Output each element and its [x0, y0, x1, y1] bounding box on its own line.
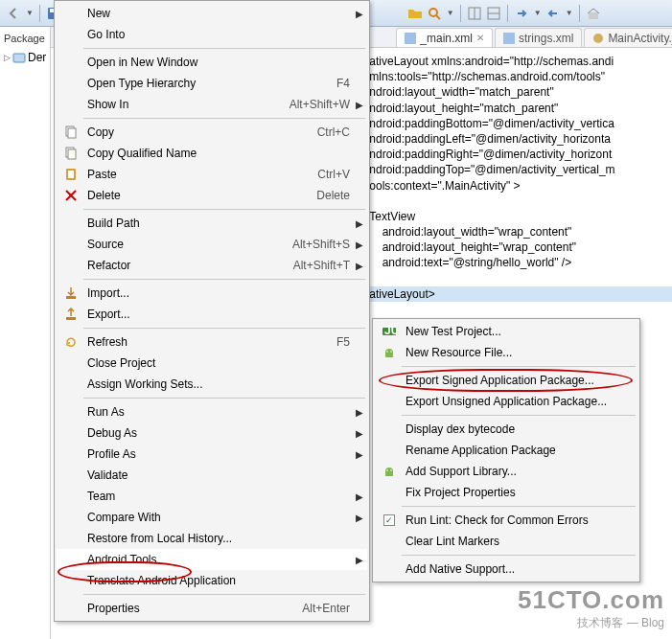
menu-item-validate[interactable]: Validate: [57, 465, 367, 486]
svg-rect-11: [503, 33, 515, 44]
menu-separator: [83, 118, 365, 119]
tab-label: MainActivity.java: [608, 32, 672, 45]
menu-label: Go Into: [81, 28, 363, 41]
svg-text:JU: JU: [384, 324, 397, 337]
code-line[interactable]: ndroid:paddingLeft="@dimen/activity_hori…: [369, 132, 611, 146]
menu-item-copy[interactable]: CopyCtrl+C: [57, 122, 367, 143]
dropdown-icon[interactable]: ▼: [566, 9, 573, 17]
menu-item-export[interactable]: Export...: [57, 304, 367, 325]
menu-item-new-test-project[interactable]: JUNew Test Project...: [375, 321, 637, 342]
context-menu-project: New▶Go IntoOpen in New WindowOpen Type H…: [54, 0, 370, 622]
menu-item-restore-from-local-history[interactable]: Restore from Local History...: [57, 528, 367, 549]
menu-item-run-as[interactable]: Run As▶: [57, 401, 367, 422]
menu-item-rename-application-package[interactable]: Rename Application Package: [375, 440, 637, 461]
expand-icon[interactable]: ▷: [4, 53, 11, 62]
menu-item-refresh[interactable]: RefreshF5: [57, 331, 367, 353]
menu-item-compare-with[interactable]: Compare With▶: [57, 507, 367, 528]
menu-item-source[interactable]: SourceAlt+Shift+S▶: [57, 234, 367, 255]
project-node[interactable]: ▷ Der: [4, 50, 46, 65]
menu-item-display-dex-bytecode[interactable]: Display dex bytecode: [375, 419, 637, 440]
menu-item-debug-as[interactable]: Debug As▶: [57, 422, 367, 444]
code-line[interactable]: mlns:tools="http://schemas.android.com/t…: [369, 70, 605, 83]
menu-item-paste[interactable]: PasteCtrl+V: [57, 164, 367, 185]
menu-label: Delete: [81, 189, 316, 202]
menu-item-add-native-support[interactable]: Add Native Support...: [375, 559, 637, 580]
tab-main-xml[interactable]: _main.xml ✕: [396, 28, 493, 47]
search-icon[interactable]: [427, 6, 442, 21]
menu-label: Refactor: [81, 259, 293, 272]
tab-main-activity[interactable]: MainActivity.java: [584, 28, 672, 47]
menu-label: Export Unsigned Application Package...: [400, 395, 634, 408]
code-line[interactable]: ndroid:paddingTop="@dimen/activity_verti…: [369, 163, 614, 176]
code-line[interactable]: TextView: [369, 210, 415, 223]
home-icon[interactable]: [586, 6, 601, 21]
submenu-android-tools: JUNew Test Project...New Resource File..…: [372, 318, 640, 582]
code-line[interactable]: ndroid:paddingBottom="@dimen/activity_ve…: [369, 117, 614, 130]
layout2-icon[interactable]: [486, 6, 501, 21]
menu-item-add-support-library[interactable]: Add Support Library...: [375, 461, 637, 482]
open-folder-icon[interactable]: [407, 6, 423, 21]
menu-item-open-type-hierarchy[interactable]: Open Type HierarchyF4: [57, 73, 367, 94]
tab-strings-xml[interactable]: strings.xml: [495, 28, 582, 47]
close-icon[interactable]: ✕: [476, 33, 484, 43]
code-line[interactable]: android:text="@string/hello_world" />: [369, 256, 571, 269]
menu-item-copy-qualified-name[interactable]: Copy Qualified Name: [57, 143, 367, 164]
menu-item-import[interactable]: Import...: [57, 283, 367, 304]
menu-item-export-unsigned-application-package[interactable]: Export Unsigned Application Package...: [375, 391, 637, 412]
menu-label: Team: [81, 490, 363, 503]
menu-item-team[interactable]: Team▶: [57, 486, 367, 507]
menu-item-assign-working-sets[interactable]: Assign Working Sets...: [57, 374, 367, 395]
menu-item-new[interactable]: New▶: [57, 3, 367, 24]
submenu-arrow-icon: ▶: [356, 240, 363, 250]
menu-label: Close Project: [81, 356, 363, 370]
menu-item-refactor[interactable]: RefactorAlt+Shift+T▶: [57, 255, 367, 276]
menu-label: Copy Qualified Name: [81, 147, 363, 160]
nav-back-icon[interactable]: [6, 6, 21, 21]
separator: [39, 5, 40, 22]
code-line[interactable]: ndroid:layout_width="match_parent": [369, 85, 553, 99]
code-line[interactable]: ativeLayout>: [369, 286, 672, 302]
forward-icon[interactable]: [514, 6, 529, 21]
menu-item-open-in-new-window[interactable]: Open in New Window: [57, 52, 367, 73]
project-label: Der: [28, 51, 46, 64]
paste-icon: [60, 167, 81, 182]
back2-icon[interactable]: [545, 6, 561, 21]
menu-item-translate-android-application[interactable]: Translate Android Application: [57, 570, 367, 591]
menu-item-properties[interactable]: PropertiesAlt+Enter: [57, 598, 367, 619]
layout-icon[interactable]: [467, 6, 482, 21]
svg-rect-22: [66, 317, 76, 320]
menu-item-close-project[interactable]: Close Project: [57, 353, 367, 374]
submenu-arrow-icon: ▶: [356, 491, 363, 502]
project-icon: [12, 51, 26, 64]
code-line[interactable]: ndroid:layout_height="match_parent": [369, 102, 558, 115]
java-file-icon: [592, 33, 604, 44]
menu-item-go-into[interactable]: Go Into: [57, 24, 367, 45]
menu-item-run-lint-check-for-common-errors[interactable]: ✓Run Lint: Check for Common Errors: [375, 510, 637, 531]
svg-rect-16: [68, 149, 76, 159]
dropdown-icon[interactable]: ▼: [447, 9, 454, 17]
dropdown-icon[interactable]: ▼: [26, 9, 34, 17]
menu-label: Add Support Library...: [400, 465, 634, 478]
menu-item-fix-project-properties[interactable]: Fix Project Properties: [375, 482, 637, 503]
menu-label: Profile As: [81, 447, 363, 461]
code-line[interactable]: android:layout_width="wrap_content": [369, 225, 571, 239]
separator: [579, 5, 580, 22]
dropdown-icon[interactable]: ▼: [534, 9, 542, 17]
code-line[interactable]: android:layout_height="wrap_content": [369, 240, 576, 254]
menu-item-export-signed-application-package[interactable]: Export Signed Application Package...: [375, 370, 637, 391]
menu-item-delete[interactable]: DeleteDelete: [57, 185, 367, 206]
menu-item-profile-as[interactable]: Profile As▶: [57, 444, 367, 465]
submenu-arrow-icon: ▶: [356, 9, 363, 19]
code-line[interactable]: ndroid:paddingRight="@dimen/activity_hor…: [369, 148, 612, 161]
code-editor[interactable]: ativeLayout xmlns:android="http://schema…: [367, 48, 672, 308]
menu-label: Translate Android Application: [81, 574, 363, 587]
menu-item-build-path[interactable]: Build Path▶: [57, 213, 367, 234]
code-line[interactable]: ools:context=".MainActivity" >: [369, 179, 520, 193]
menu-item-show-in[interactable]: Show InAlt+Shift+W▶: [57, 94, 367, 115]
code-line[interactable]: ativeLayout xmlns:android="http://schema…: [369, 55, 614, 68]
xml-file-icon: [503, 33, 515, 44]
submenu-arrow-icon: ▶: [356, 555, 363, 565]
menu-item-android-tools[interactable]: Android Tools▶: [57, 549, 367, 570]
menu-item-clear-lint-markers[interactable]: Clear Lint Markers: [375, 531, 637, 552]
menu-item-new-resource-file[interactable]: New Resource File...: [375, 342, 637, 363]
